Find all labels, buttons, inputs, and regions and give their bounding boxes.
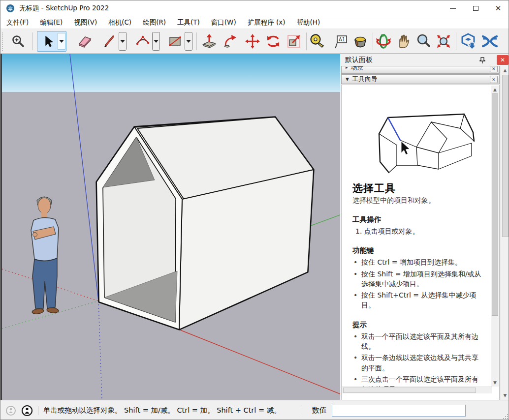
zoom-icon: [415, 33, 432, 50]
pan-button[interactable]: [394, 32, 413, 51]
section-title-tips: 提示: [352, 320, 485, 330]
expand-arrow-icon: ▼: [346, 77, 349, 82]
scroll-down-icon[interactable]: ▼: [491, 380, 499, 385]
pin-icon[interactable]: [478, 56, 487, 64]
menu-file[interactable]: 文件(F): [6, 18, 29, 27]
tape-measure-icon: [309, 33, 325, 50]
close-button[interactable]: ✕: [487, 0, 509, 16]
chevron-down-icon: [154, 40, 159, 43]
arc-protractor-icon: [135, 33, 151, 49]
measurements-input[interactable]: [332, 405, 466, 417]
scroll-up-icon[interactable]: ▲: [491, 87, 499, 92]
orbit-button[interactable]: [374, 32, 393, 51]
select-tool-dropdown[interactable]: [58, 33, 65, 50]
status-bar: 单击或拖动以选择对象。 Shift = 加/减。 Ctrl = 加。 Shift…: [0, 400, 509, 420]
chevron-down-icon: [186, 40, 191, 43]
model-viewport[interactable]: [0, 54, 340, 400]
search-button[interactable]: [9, 32, 28, 51]
select-tool-button[interactable]: [38, 32, 58, 51]
toolbar-separator: [456, 32, 456, 50]
zoom-extents-button[interactable]: [434, 32, 453, 51]
sky: [2, 54, 340, 92]
rectangle-tool-dropdown[interactable]: [185, 32, 192, 51]
rotate-icon: [265, 33, 282, 50]
panel-close-instructor[interactable]: ✕: [490, 76, 498, 83]
section-title-operation: 工具操作: [352, 215, 485, 224]
tray-scrollbar[interactable]: ▲ ▼: [501, 66, 509, 400]
text-tool-button[interactable]: A1: [331, 32, 350, 51]
credits-status-icon[interactable]: [21, 405, 33, 417]
panel-label-instructor: 工具向导: [352, 75, 378, 84]
select-tool-group: [37, 31, 66, 52]
rotate-button[interactable]: [264, 32, 283, 51]
menu-view[interactable]: 视图(V): [74, 18, 97, 27]
menu-draw[interactable]: 绘图(R): [143, 18, 166, 27]
chevron-down-icon: [59, 40, 64, 43]
cursor-arrow-icon: [401, 141, 410, 155]
menu-extensions[interactable]: 扩展程序 (x): [248, 18, 286, 27]
operation-list: 1. 点击项目或对象。: [352, 226, 485, 236]
geolocation-status-icon[interactable]: [5, 405, 16, 416]
scale-button[interactable]: [285, 32, 303, 51]
zoom-extents-icon: [435, 32, 452, 50]
extension-warehouse-button[interactable]: [480, 32, 500, 51]
person-neck: [41, 211, 47, 217]
panel-label-scenes: 场景: [351, 66, 364, 72]
search-sparkle-icon: [11, 34, 26, 49]
status-hint: 单击或拖动以选择对象。 Shift = 加/减。 Ctrl = 加。 Shift…: [43, 406, 281, 415]
scrollbar-thumb[interactable]: [343, 388, 476, 393]
instructor-illustration: [373, 92, 482, 177]
collapse-arrow-icon: ▸: [346, 66, 348, 70]
scroll-down-icon[interactable]: ▼: [501, 393, 509, 398]
tray-close-button[interactable]: ✕: [497, 55, 509, 65]
menu-edit[interactable]: 编辑(E): [40, 18, 63, 27]
model-scene: [2, 54, 340, 400]
scrollbar-thumb[interactable]: [502, 75, 509, 237]
sketchup-window: 无标题 - SketchUp Pro 2022 ✕ 文件(F) 编辑(E) 视图…: [0, 0, 509, 420]
maximize-button[interactable]: [464, 0, 487, 16]
maximize-icon: [473, 6, 478, 11]
panel-bar-scenes[interactable]: ▸ 场景 ✕: [341, 66, 500, 74]
toolbar-grip[interactable]: [1, 31, 4, 51]
eraser-button[interactable]: [75, 32, 94, 51]
line-tool-button[interactable]: [100, 32, 119, 51]
list-item: 1. 点击项目或对象。: [352, 226, 485, 236]
instructor-vertical-scrollbar[interactable]: ▲ ▼: [491, 86, 499, 387]
scrollbar-thumb[interactable]: [492, 93, 498, 316]
panel-bar-instructor[interactable]: ▼ 工具向导 ✕: [341, 74, 500, 84]
window-title: 无标题 - SketchUp Pro 2022: [19, 4, 109, 13]
scroll-up-icon[interactable]: ▲: [501, 68, 509, 73]
list-item: 三次点击一个平面以选定该平面及所有相连的项目。: [352, 374, 485, 387]
menu-camera[interactable]: 相机(C): [108, 18, 131, 27]
text-label-icon: A1: [333, 33, 349, 49]
list-item: 双击一个平面以选定该平面及其所有边线。: [352, 331, 485, 352]
statusbar-separator: [38, 406, 38, 415]
3d-warehouse-icon: [459, 32, 477, 50]
tape-measure-button[interactable]: [308, 32, 326, 51]
rectangle-tool-button[interactable]: [166, 32, 185, 51]
instructor-tool-heading: 选择工具: [352, 181, 485, 195]
zoom-button[interactable]: [414, 32, 433, 51]
line-tool-dropdown[interactable]: [119, 32, 127, 51]
instructor-horizontal-scrollbar[interactable]: [342, 387, 492, 393]
push-pull-button[interactable]: [200, 32, 219, 51]
tips-list: 双击一个平面以选定该平面及其所有边线。 双击一条边线以选定该边线及与其共享的平面…: [352, 331, 485, 387]
3d-warehouse-button[interactable]: [458, 32, 478, 51]
toolbar-separator: [373, 32, 373, 50]
panel-close-scenes[interactable]: ✕: [490, 66, 498, 72]
tray-header: 默认面板 ✕: [340, 54, 509, 66]
select-arrow-icon: [41, 34, 55, 48]
move-button[interactable]: [243, 32, 262, 51]
paint-bucket-button[interactable]: [351, 32, 370, 51]
menu-window[interactable]: 窗口(W): [211, 18, 236, 27]
follow-me-button[interactable]: [222, 32, 240, 51]
instructor-panel: 选择工具 选择模型中的项目和对象。 工具操作 1. 点击项目或对象。 功能键 按…: [341, 85, 500, 420]
arc-tool-dropdown[interactable]: [152, 32, 160, 51]
resize-grip[interactable]: [503, 414, 509, 420]
toolbar-separator: [32, 32, 33, 50]
menu-help[interactable]: 帮助(H): [297, 18, 320, 27]
person-head: [38, 198, 51, 213]
menu-tools[interactable]: 工具(T): [177, 18, 200, 27]
minimize-button[interactable]: [442, 0, 464, 16]
arc-tool-button[interactable]: [133, 32, 152, 51]
